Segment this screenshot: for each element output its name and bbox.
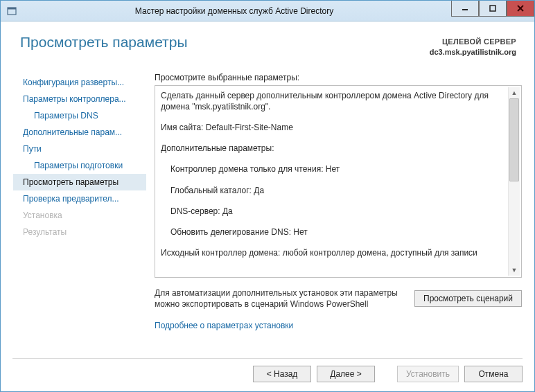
- review-line: Дополнительные параметры:: [161, 143, 506, 154]
- scroll-down-icon[interactable]: ▼: [509, 265, 520, 276]
- wizard-footer: < Назад Далее > Установить Отмена: [12, 358, 523, 382]
- steps-sidebar: Конфигурация разверты... Параметры контр…: [13, 73, 146, 330]
- step-dc-options[interactable]: Параметры контроллера...: [13, 91, 146, 107]
- scrollbar[interactable]: ▲ ▼: [508, 87, 520, 276]
- back-button[interactable]: < Назад: [253, 366, 311, 382]
- footer-spacer: [380, 366, 392, 382]
- svg-rect-1: [8, 8, 16, 10]
- scroll-thumb[interactable]: [509, 98, 519, 181]
- review-subline: Глобальный каталог: Да: [170, 185, 506, 196]
- step-review-options[interactable]: Просмотреть параметры: [13, 174, 146, 190]
- cancel-button[interactable]: Отмена: [464, 366, 523, 382]
- step-paths[interactable]: Пути: [13, 141, 146, 157]
- target-server-name: dc3.msk.pyatilistnik.org: [430, 47, 516, 57]
- review-subline: Обновить делегирование DNS: Нет: [170, 226, 506, 238]
- review-subline: Контроллер домена только для чтения: Нет: [170, 163, 506, 175]
- target-server-block: ЦЕЛЕВОЙ СЕРВЕР dc3.msk.pyatilistnik.org: [430, 34, 516, 57]
- step-preparation-options[interactable]: Параметры подготовки: [13, 157, 146, 174]
- step-deployment-config[interactable]: Конфигурация разверты...: [13, 74, 146, 91]
- window-controls: [451, 1, 534, 21]
- review-textbox[interactable]: Сделать данный сервер дополнительным кон…: [155, 85, 522, 278]
- close-button[interactable]: [507, 0, 534, 17]
- export-hint: Для автоматизации дополнительных установ…: [155, 287, 405, 310]
- next-button[interactable]: Далее >: [317, 366, 375, 382]
- minimize-button[interactable]: [451, 0, 479, 17]
- app-icon: [6, 6, 17, 17]
- step-installation: Установка: [13, 207, 146, 224]
- review-line: Сделать данный сервер дополнительным кон…: [161, 90, 506, 112]
- step-additional-options[interactable]: Дополнительные парам...: [13, 124, 146, 141]
- svg-rect-3: [490, 6, 495, 11]
- maximize-button[interactable]: [479, 0, 507, 17]
- window-title: Мастер настройки доменных служб Active D…: [17, 6, 451, 16]
- target-server-label: ЦЕЛЕВОЙ СЕРВЕР: [430, 37, 516, 47]
- install-button: Установить: [397, 366, 459, 382]
- scroll-up-icon[interactable]: ▲: [509, 87, 520, 98]
- review-content: Сделать данный сервер дополнительным кон…: [161, 90, 506, 273]
- titlebar: Мастер настройки доменных служб Active D…: [1, 1, 534, 21]
- review-line: Имя сайта: Default-First-Site-Name: [161, 122, 506, 133]
- review-subline: DNS-сервер: Да: [170, 206, 506, 217]
- review-line: Исходный контроллер домена: любой контро…: [161, 247, 506, 258]
- more-about-link[interactable]: Подробнее о параметрах установки: [155, 321, 522, 330]
- view-script-button[interactable]: Просмотреть сценарий: [414, 290, 522, 307]
- review-prompt: Просмотрите выбранные параметры:: [155, 73, 522, 82]
- scroll-track[interactable]: [509, 98, 520, 265]
- step-prereq-check[interactable]: Проверка предварител...: [13, 190, 146, 207]
- step-results: Результаты: [13, 224, 146, 240]
- page-title: Просмотреть параметры: [20, 34, 188, 51]
- step-dns-options[interactable]: Параметры DNS: [13, 107, 146, 124]
